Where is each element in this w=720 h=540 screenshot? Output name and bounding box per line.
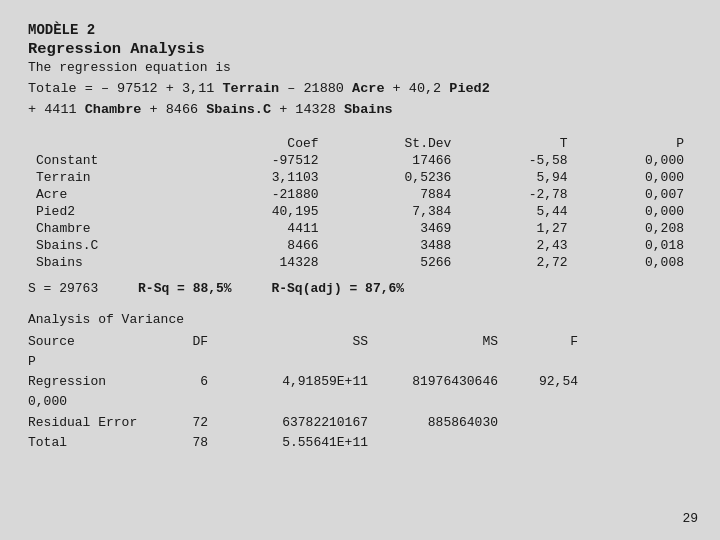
anova-df: 78 <box>148 433 208 453</box>
anova-source: Regression <box>28 372 148 392</box>
table-cell: Chambre <box>28 220 194 237</box>
anova-header-row: Source DF SS MS F <box>28 332 692 352</box>
equation-sbains: Sbains <box>344 102 393 117</box>
table-cell: -21880 <box>194 186 327 203</box>
col-t: T <box>459 135 575 152</box>
table-cell: 5266 <box>327 254 460 271</box>
rsq-adj-value: R-Sq(adj) = 87,6% <box>239 281 404 296</box>
table-cell: 0,208 <box>576 220 692 237</box>
anova-f: 92,54 <box>498 372 578 392</box>
table-cell: 0,008 <box>576 254 692 271</box>
table-cell: -97512 <box>194 152 327 169</box>
anova-col-df-header: DF <box>148 332 208 352</box>
equation-subtitle: The regression equation is <box>28 60 692 75</box>
predictor-table: Coef St.Dev T P Constant-9751217466-5,58… <box>28 135 692 271</box>
anova-f <box>498 433 578 453</box>
table-row: Acre-218807884-2,780,007 <box>28 186 692 203</box>
anova-ms <box>368 433 498 453</box>
table-cell: 0,018 <box>576 237 692 254</box>
anova-ss: 4,91859E+11 <box>208 372 368 392</box>
anova-col-f-header: F <box>498 332 578 352</box>
table-cell: 40,195 <box>194 203 327 220</box>
equation-line2-suffix: + 14328 <box>271 102 344 117</box>
anova-title: Analysis of Variance <box>28 310 692 330</box>
equation-terrain: Terrain <box>222 81 279 96</box>
table-cell: 0,007 <box>576 186 692 203</box>
predictor-table-section: Coef St.Dev T P Constant-9751217466-5,58… <box>28 135 692 271</box>
table-cell: Terrain <box>28 169 194 186</box>
table-cell: -2,78 <box>459 186 575 203</box>
table-row: Terrain3,11030,52365,940,000 <box>28 169 692 186</box>
table-cell: 17466 <box>327 152 460 169</box>
table-cell: 8466 <box>194 237 327 254</box>
col-predictor <box>28 135 194 152</box>
table-cell: 3,1103 <box>194 169 327 186</box>
table-row: Sbains1432852662,720,008 <box>28 254 692 271</box>
table-cell: 7884 <box>327 186 460 203</box>
table-cell: Constant <box>28 152 194 169</box>
table-row: Pied240,1957,3845,440,000 <box>28 203 692 220</box>
equation-chambre: Chambre <box>85 102 142 117</box>
table-cell: Pied2 <box>28 203 194 220</box>
table-cell: 0,5236 <box>327 169 460 186</box>
equation-line1-suffix: + 40,2 <box>384 81 449 96</box>
stats-line: S = 29763 R-Sq = 88,5% R-Sq(adj) = 87,6% <box>28 281 692 296</box>
table-cell: Sbains <box>28 254 194 271</box>
table-cell: -5,58 <box>459 152 575 169</box>
table-cell: 0,000 <box>576 169 692 186</box>
table-cell: 2,72 <box>459 254 575 271</box>
table-cell: 0,000 <box>576 203 692 220</box>
anova-data-row: Regression64,91859E+118197643064692,54 <box>28 372 692 392</box>
table-row: Constant-9751217466-5,580,000 <box>28 152 692 169</box>
s-value: S = 29763 <box>28 281 98 296</box>
table-cell: 1,27 <box>459 220 575 237</box>
equation-sbainsc: Sbains.C <box>206 102 271 117</box>
anova-ms: 885864030 <box>368 413 498 433</box>
anova-data-row: Total785.55641E+11 <box>28 433 692 453</box>
regression-equation: Totale = – 97512 + 3,11 Terrain – 21880 … <box>28 79 692 121</box>
equation-line1-prefix: Totale = – 97512 + 3,11 <box>28 81 222 96</box>
anova-ms: 81976430646 <box>368 372 498 392</box>
table-cell: 3488 <box>327 237 460 254</box>
table-cell: 4411 <box>194 220 327 237</box>
col-stdev: St.Dev <box>327 135 460 152</box>
equation-line2-prefix: + 4411 <box>28 102 85 117</box>
anova-p-row: P <box>28 352 692 372</box>
predictor-header-row: Coef St.Dev T P <box>28 135 692 152</box>
table-cell: 5,94 <box>459 169 575 186</box>
anova-col-ss-header: SS <box>208 332 368 352</box>
anova-df: 6 <box>148 372 208 392</box>
table-row: Sbains.C846634882,430,018 <box>28 237 692 254</box>
anova-col-source-header: Source <box>28 332 148 352</box>
model-title: MODÈLE 2 <box>28 22 692 38</box>
anova-ss: 5.55641E+11 <box>208 433 368 453</box>
table-cell: 2,43 <box>459 237 575 254</box>
anova-p-label: P <box>28 352 148 372</box>
anova-f <box>498 413 578 433</box>
anova-section: Analysis of Variance Source DF SS MS F P… <box>28 310 692 453</box>
table-cell: 14328 <box>194 254 327 271</box>
table-row: Chambre441134691,270,208 <box>28 220 692 237</box>
col-coef: Coef <box>194 135 327 152</box>
table-cell: Sbains.C <box>28 237 194 254</box>
equation-pied2: Pied2 <box>449 81 490 96</box>
anova-source: Total <box>28 433 148 453</box>
table-cell: 0,000 <box>576 152 692 169</box>
equation-acre: Acre <box>352 81 384 96</box>
anova-data-row: Residual Error7263782210167885864030 <box>28 413 692 433</box>
table-cell: 3469 <box>327 220 460 237</box>
table-cell: Acre <box>28 186 194 203</box>
regression-title: Regression Analysis <box>28 40 692 58</box>
anova-source: Residual Error <box>28 413 148 433</box>
table-cell: 7,384 <box>327 203 460 220</box>
anova-col-ms-header: MS <box>368 332 498 352</box>
rsq-value: R-Sq = 88,5% <box>106 281 232 296</box>
page-number: 29 <box>682 511 698 526</box>
col-p: P <box>576 135 692 152</box>
anova-p-value-row: 0,000 <box>28 392 692 412</box>
table-cell: 5,44 <box>459 203 575 220</box>
anova-df: 72 <box>148 413 208 433</box>
equation-line1-middle: – 21880 <box>279 81 352 96</box>
anova-p-value: 0,000 <box>28 392 148 412</box>
anova-ss: 63782210167 <box>208 413 368 433</box>
